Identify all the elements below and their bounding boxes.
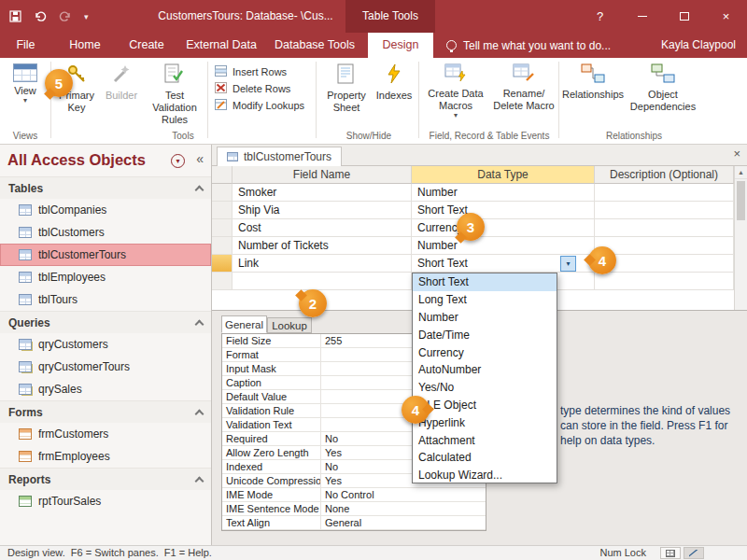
shutter-bar-close-icon[interactable]: « (196, 151, 204, 166)
relationships-button[interactable]: Relationships (564, 60, 622, 101)
datatype-option[interactable]: Short Text (413, 273, 557, 291)
tab-general[interactable]: General (221, 315, 267, 333)
description-cell[interactable] (595, 237, 734, 255)
row-selector[interactable] (212, 219, 233, 237)
property-value[interactable]: General (321, 516, 486, 529)
datatype-option[interactable]: AutoNumber (413, 361, 557, 379)
field-name-cell[interactable]: Link (233, 255, 412, 273)
tab-home[interactable]: Home (54, 33, 116, 58)
property-label: Text Align (222, 516, 321, 529)
design-view-button[interactable] (684, 547, 704, 559)
nav-item-qrysales[interactable]: qrySales (0, 378, 211, 400)
tab-lookup[interactable]: Lookup (267, 317, 312, 333)
description-cell[interactable] (595, 184, 734, 202)
test-validation-rules-button[interactable]: Test Validation Rules (144, 60, 205, 126)
datatype-option[interactable]: Date/Time (413, 326, 557, 343)
rename-delete-macro-button[interactable]: Rename/ Delete Macro (491, 60, 557, 112)
field-name-cell[interactable]: Smoker (233, 184, 412, 202)
field-name-cell[interactable]: Cost (233, 219, 412, 237)
datatype-option[interactable]: Attachment (413, 431, 557, 449)
datatype-option[interactable]: Yes/No (413, 379, 557, 397)
undo-icon[interactable] (34, 11, 47, 21)
datatype-option[interactable]: Long Text (413, 291, 557, 309)
view-shortcut-buttons (660, 547, 704, 559)
builder-button[interactable]: Builder (100, 60, 143, 102)
nav-item-qrycustomertours[interactable]: qryCustomerTours (0, 356, 211, 378)
nav-item-tblcustomers[interactable]: tblCustomers (0, 221, 211, 244)
description-cell[interactable] (595, 219, 734, 237)
nav-list: Tables tblCompanies tblCustomers tblCust… (0, 176, 211, 512)
create-data-macros-button[interactable]: Create Data Macros ▾ (422, 60, 489, 119)
help-button[interactable]: ? (579, 0, 621, 33)
nav-item-frmcustomers[interactable]: frmCustomers (0, 423, 211, 445)
modify-lookups-button[interactable]: Modify Lookups (213, 97, 304, 114)
tab-file[interactable]: File (0, 33, 51, 58)
nav-section-reports[interactable]: Reports (0, 468, 211, 490)
row-selector[interactable] (212, 273, 233, 290)
nav-menu-button[interactable]: ▾ (171, 154, 185, 168)
tab-external-data[interactable]: External Data (177, 33, 265, 58)
row-selector[interactable] (212, 184, 233, 202)
datatype-option[interactable]: Lookup Wizard... (413, 467, 557, 484)
field-name-cell[interactable] (233, 273, 412, 290)
nav-item-frmemployees[interactable]: frmEmployees (0, 445, 211, 468)
datatype-option[interactable]: Calculated (413, 449, 557, 467)
nav-item-tblemployees[interactable]: tblEmployees (0, 266, 211, 288)
save-icon[interactable] (9, 10, 21, 22)
combo-dropdown-button[interactable]: ▾ (560, 256, 576, 272)
delete-rows-button[interactable]: Delete Rows (213, 80, 290, 97)
nav-section-forms[interactable]: Forms (0, 400, 211, 423)
nav-section-queries[interactable]: Queries (0, 311, 211, 333)
property-value[interactable]: None (321, 502, 486, 515)
property-value[interactable]: No Control (321, 488, 486, 501)
nav-item-tblcustomertours[interactable]: tblCustomerTours (0, 244, 211, 266)
minimize-button[interactable] (621, 0, 663, 33)
indexes-button[interactable]: Indexes (373, 60, 416, 102)
scrollbar-thumb[interactable] (737, 181, 745, 220)
document-tab-tblcustomertours[interactable]: tblCustomerTours (217, 147, 342, 166)
row-selector[interactable] (212, 202, 233, 219)
tab-create[interactable]: Create (118, 33, 176, 58)
description-cell[interactable] (595, 273, 734, 290)
maximize-button[interactable] (663, 0, 705, 33)
insert-rows-button[interactable]: Insert Rows (213, 63, 287, 80)
row-selector[interactable] (212, 255, 233, 273)
nav-item-tbltours[interactable]: tblTours (0, 288, 211, 311)
table-row: Smoker Number (212, 184, 734, 202)
rename-delete-macro-label: Rename/ Delete Macro (491, 88, 557, 112)
data-type-cell[interactable]: Number (412, 184, 595, 202)
redo-icon[interactable] (59, 11, 72, 21)
view-button[interactable]: View ▾ (4, 60, 47, 105)
user-account[interactable]: Kayla Claypool (661, 33, 736, 58)
row-selector[interactable] (212, 237, 233, 255)
tell-me-box[interactable]: Tell me what you want to do... (446, 33, 611, 58)
nav-item-tblcompanies[interactable]: tblCompanies (0, 199, 211, 221)
tab-design[interactable]: Design (368, 33, 433, 58)
field-name-cell[interactable]: Ship Via (233, 202, 412, 219)
data-type-cell[interactable]: Number (412, 237, 595, 255)
customize-toolbar-icon[interactable]: ▾ (84, 12, 89, 21)
document-close-icon[interactable]: × (733, 147, 740, 161)
data-macro-icon (444, 63, 467, 85)
nav-section-tables[interactable]: Tables (0, 176, 211, 199)
tab-database-tools[interactable]: Database Tools (267, 33, 362, 58)
data-type-cell[interactable]: Currency (412, 219, 595, 237)
object-dependencies-button[interactable]: Object Dependencies (624, 60, 702, 113)
column-header-description: Description (Optional) (595, 166, 734, 184)
vertical-scrollbar[interactable]: ▲ (734, 166, 747, 310)
group-label-tools: Tools (54, 131, 312, 141)
datasheet-view-button[interactable] (660, 547, 681, 559)
nav-item-qrycustomers[interactable]: qryCustomers (0, 333, 211, 356)
datatype-option[interactable]: Number (413, 309, 557, 327)
field-name-cell[interactable]: Number of Tickets (233, 237, 412, 255)
contextual-tab-table-tools: Table Tools (345, 0, 435, 33)
data-type-cell[interactable]: Short Text (412, 202, 595, 219)
close-button[interactable]: × (705, 0, 747, 33)
nav-item-rpttoursales[interactable]: rptTourSales (0, 490, 211, 512)
property-sheet-button[interactable]: Property Sheet (321, 60, 372, 114)
description-cell[interactable] (595, 202, 734, 219)
datatype-option[interactable]: Hyperlink (413, 413, 557, 431)
scroll-up-icon[interactable]: ▲ (735, 166, 747, 179)
datatype-option[interactable]: OLE Object (413, 397, 557, 414)
datatype-option[interactable]: Currency (413, 343, 557, 361)
